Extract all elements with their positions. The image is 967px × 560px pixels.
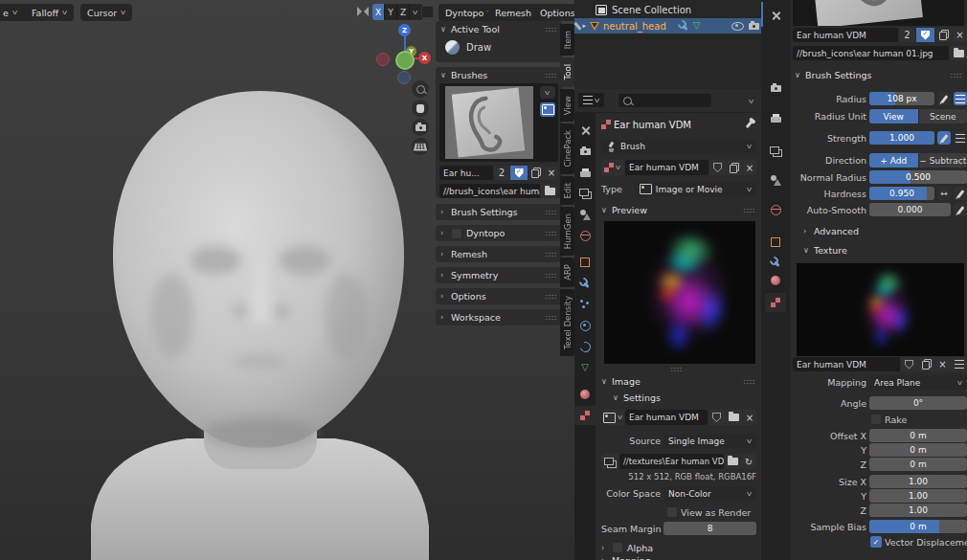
section-symmetry[interactable]: ›Symmetry (436, 267, 562, 283)
gizmo-x-neg-ball[interactable] (376, 53, 390, 66)
texture-fake-user-button[interactable] (709, 160, 726, 175)
vector-displacement-checkbox[interactable]: ✓ (870, 536, 882, 548)
image-user-button[interactable] (601, 454, 618, 469)
texture-duplicate-button[interactable] (727, 160, 742, 175)
size-z-field[interactable]: 1.00 (869, 504, 967, 517)
offset-z-field[interactable]: 0 m (869, 458, 967, 471)
view-as-render-checkbox[interactable] (666, 506, 678, 518)
advanced-section-header[interactable]: › Advanced (803, 226, 859, 236)
mapping-dropdown[interactable]: Area Plane ∨ (869, 375, 967, 390)
brush-unlink-button[interactable]: × (953, 28, 967, 42)
unified-radius-button[interactable] (954, 92, 967, 105)
seam-margin-field[interactable]: 8 (663, 522, 756, 535)
panel-drag-handle[interactable] (950, 73, 962, 78)
image-unlink-button[interactable]: × (743, 410, 756, 425)
gizmo-y-front-ball[interactable] (395, 51, 415, 70)
tab-arp[interactable]: ARP (560, 258, 574, 287)
tab-constraints-icon[interactable] (574, 337, 596, 356)
expand-arrow-icon[interactable]: ▸ (583, 22, 587, 30)
tab-render-icon[interactable] (574, 142, 596, 161)
camera-view-button[interactable] (412, 119, 429, 136)
tab-render-icon[interactable] (765, 78, 786, 98)
texture-settings-button[interactable] (951, 357, 967, 371)
tab-edit[interactable]: Edit (560, 176, 574, 205)
tab-texture-icon[interactable] (574, 406, 596, 425)
panel-drag-handle[interactable] (545, 315, 557, 321)
brush-fake-user-button[interactable]: ✓ (916, 28, 934, 42)
texture-section-header[interactable]: ∨ Texture (803, 245, 847, 256)
section-brush-settings[interactable]: ›Brush Settings (436, 204, 562, 220)
brushes-header[interactable]: ∨ Brushes (436, 67, 562, 83)
hardness-pressure-button[interactable] (954, 187, 967, 200)
panel-drag-handle[interactable] (545, 27, 557, 33)
tab-material-icon[interactable] (765, 271, 786, 290)
tab-tool[interactable]: Tool (560, 57, 574, 87)
radius-slider[interactable]: 108 px (869, 92, 934, 105)
unified-strength-button[interactable] (954, 131, 967, 145)
browse-icon-button[interactable] (541, 184, 558, 198)
image-open-button[interactable] (726, 410, 742, 425)
direction-add-button[interactable]: +Add (869, 153, 918, 168)
modifier-icon[interactable] (678, 20, 689, 32)
section-dyntopo[interactable]: ›Dyntopo (436, 225, 562, 241)
brush-fake-user-button[interactable]: ✓ (510, 166, 528, 180)
symmetry-x-button[interactable]: X (372, 4, 385, 20)
image-section-header[interactable]: ∨ Image (601, 376, 641, 387)
panel-drag-handle[interactable] (545, 273, 557, 279)
tab-output-icon[interactable] (765, 108, 786, 127)
tab-texture-icon[interactable] (765, 293, 786, 312)
brush-users-count[interactable]: 2 (494, 166, 509, 180)
brush-name-field[interactable]: Ear hu... (439, 166, 493, 180)
brush-unlink-button[interactable]: × (545, 166, 558, 180)
panel-drag-handle[interactable] (545, 294, 557, 300)
tab-world-icon[interactable] (765, 200, 786, 219)
browse-file-button[interactable] (725, 454, 740, 469)
tab-data-icon[interactable]: ▽ (574, 358, 596, 377)
texture-name-field[interactable]: Ear human VDM (625, 160, 708, 175)
mesh-data-icon[interactable]: ▽ (693, 21, 701, 31)
perspective-button[interactable] (412, 138, 429, 155)
navigation-gizmo[interactable]: Z Y X (376, 23, 436, 80)
brush-duplicate-button[interactable] (528, 166, 544, 180)
scene-collection-row[interactable]: Scene Collection (574, 0, 761, 15)
gizmo-z-ball[interactable]: Z (398, 24, 411, 36)
tab-view[interactable]: View (560, 89, 574, 122)
tab-object-icon[interactable] (765, 233, 786, 252)
menu-cursor[interactable]: Cursor∨ (80, 4, 132, 21)
tab-item[interactable]: Item (560, 24, 574, 56)
preview-section-header[interactable]: ∨ Preview (601, 205, 647, 215)
tab-cinepack[interactable]: CinePack (560, 123, 574, 173)
preview-resize-handle[interactable] (670, 367, 683, 372)
image-browse-button[interactable]: ∨ (601, 410, 624, 425)
tab-particles-icon[interactable] (574, 295, 596, 314)
tab-tool-icon[interactable] (574, 121, 596, 140)
texture-unlink-button[interactable]: × (743, 160, 756, 175)
size-x-field[interactable]: 1.00 (869, 475, 967, 488)
strength-slider[interactable]: 1.000 (869, 131, 934, 145)
filepath-field[interactable]: //textures\Ear human VDM.exr (619, 454, 724, 469)
size-y-field[interactable]: 1.00 (869, 489, 967, 503)
angle-field[interactable]: 0° (869, 396, 967, 410)
offset-x-field[interactable]: 0 m (869, 429, 967, 442)
outliner-object-row[interactable]: ▸ neutral_head ▽ (574, 18, 761, 34)
search-input[interactable] (618, 94, 711, 107)
panel-drag-handle[interactable] (545, 231, 557, 236)
brush-context-dropdown[interactable]: Brush ∨ (601, 140, 756, 154)
dyntopo-checkbox[interactable] (451, 228, 462, 239)
pan-button[interactable] (412, 100, 429, 117)
auto-smooth-pressure-button[interactable] (954, 203, 967, 216)
hardness-slider[interactable]: 0.950 (869, 187, 934, 200)
symmetry-y-button[interactable]: Y (385, 4, 397, 20)
tab-world-icon[interactable] (574, 226, 596, 245)
brush-icon-path-field[interactable]: //brush_icons\ear human 01.jpg (793, 46, 949, 60)
radius-unit-view-button[interactable]: View (869, 109, 918, 123)
tab-texel-density[interactable]: Texel Density (560, 289, 574, 356)
alpha-checkbox[interactable] (612, 542, 623, 553)
tab-scene-icon[interactable] (574, 205, 596, 224)
tab-object-icon[interactable] (574, 253, 596, 272)
brush-icon-path-field[interactable]: //brush_icons\ear human ... (439, 184, 540, 198)
gizmo-x-ball[interactable]: X (418, 52, 431, 64)
browse-icon-button[interactable] (950, 46, 967, 60)
active-tool-header[interactable]: ∨ Active Tool (436, 21, 562, 37)
texture-fake-user-button[interactable] (901, 357, 917, 371)
